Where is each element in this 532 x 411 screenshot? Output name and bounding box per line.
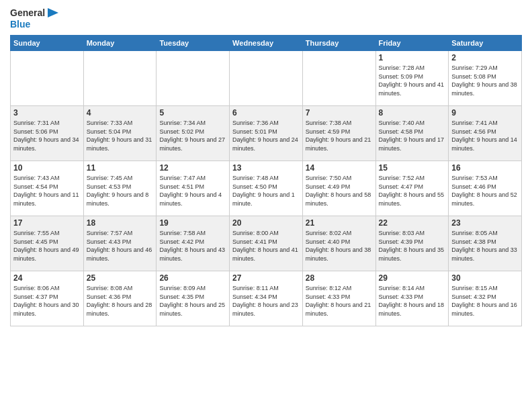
day-info: Sunrise: 8:03 AM Sunset: 4:39 PM Dayligh… <box>379 229 446 263</box>
weekday-header-wednesday: Wednesday <box>230 36 303 51</box>
calendar-cell <box>11 51 84 106</box>
day-number: 24 <box>13 273 81 283</box>
day-info: Sunrise: 7:33 AM Sunset: 5:04 PM Dayligh… <box>87 119 154 152</box>
day-info: Sunrise: 7:31 AM Sunset: 5:06 PM Dayligh… <box>13 119 81 152</box>
day-number: 15 <box>379 163 446 173</box>
weekday-header-thursday: Thursday <box>302 36 375 51</box>
logo-general: General <box>10 7 45 18</box>
day-info: Sunrise: 8:05 AM Sunset: 4:38 PM Dayligh… <box>451 229 519 263</box>
day-number: 17 <box>13 218 81 228</box>
calendar-cell: 4Sunrise: 7:33 AM Sunset: 5:04 PM Daylig… <box>83 106 157 161</box>
calendar-cell: 3Sunrise: 7:31 AM Sunset: 5:06 PM Daylig… <box>11 106 84 161</box>
day-number: 7 <box>306 108 373 118</box>
day-number: 16 <box>451 163 519 173</box>
day-number: 26 <box>159 273 226 283</box>
calendar-cell: 16Sunrise: 7:53 AM Sunset: 4:46 PM Dayli… <box>449 161 522 216</box>
day-info: Sunrise: 7:47 AM Sunset: 4:51 PM Dayligh… <box>159 174 226 208</box>
day-info: Sunrise: 8:09 AM Sunset: 4:35 PM Dayligh… <box>159 284 226 318</box>
calendar-cell: 20Sunrise: 8:00 AM Sunset: 4:41 PM Dayli… <box>230 216 303 271</box>
day-info: Sunrise: 7:45 AM Sunset: 4:53 PM Dayligh… <box>87 174 154 208</box>
calendar-cell: 10Sunrise: 7:43 AM Sunset: 4:54 PM Dayli… <box>11 161 84 216</box>
day-info: Sunrise: 7:41 AM Sunset: 4:56 PM Dayligh… <box>451 119 519 152</box>
logo: General Blue <box>10 7 58 30</box>
calendar-cell <box>83 51 157 106</box>
calendar-cell: 9Sunrise: 7:41 AM Sunset: 4:56 PM Daylig… <box>449 106 522 161</box>
day-info: Sunrise: 8:00 AM Sunset: 4:41 PM Dayligh… <box>232 229 300 263</box>
day-info: Sunrise: 7:34 AM Sunset: 5:02 PM Dayligh… <box>159 119 226 152</box>
logo-blue: Blue <box>10 19 30 30</box>
day-number: 29 <box>379 273 446 283</box>
day-info: Sunrise: 7:48 AM Sunset: 4:50 PM Dayligh… <box>232 174 300 208</box>
calendar-cell: 25Sunrise: 8:08 AM Sunset: 4:36 PM Dayli… <box>83 271 157 326</box>
calendar-cell: 18Sunrise: 7:57 AM Sunset: 4:43 PM Dayli… <box>83 216 157 271</box>
calendar-cell: 5Sunrise: 7:34 AM Sunset: 5:02 PM Daylig… <box>157 106 230 161</box>
day-number: 27 <box>232 273 300 283</box>
week-row-2: 3Sunrise: 7:31 AM Sunset: 5:06 PM Daylig… <box>11 106 522 161</box>
day-info: Sunrise: 8:11 AM Sunset: 4:34 PM Dayligh… <box>232 284 300 318</box>
calendar-cell: 2Sunrise: 7:29 AM Sunset: 5:08 PM Daylig… <box>449 51 522 106</box>
day-info: Sunrise: 7:28 AM Sunset: 5:09 PM Dayligh… <box>379 64 446 97</box>
day-info: Sunrise: 7:40 AM Sunset: 4:58 PM Dayligh… <box>379 119 446 152</box>
weekday-header-tuesday: Tuesday <box>157 36 230 51</box>
day-number: 8 <box>379 108 446 118</box>
day-info: Sunrise: 8:15 AM Sunset: 4:32 PM Dayligh… <box>451 284 519 318</box>
day-number: 2 <box>451 53 519 62</box>
day-number: 28 <box>306 273 373 283</box>
day-number: 23 <box>451 218 519 228</box>
day-number: 3 <box>13 108 81 118</box>
calendar-cell <box>230 51 303 106</box>
day-info: Sunrise: 7:43 AM Sunset: 4:54 PM Dayligh… <box>13 174 81 208</box>
day-info: Sunrise: 7:55 AM Sunset: 4:45 PM Dayligh… <box>13 229 81 263</box>
day-number: 5 <box>159 108 226 118</box>
day-info: Sunrise: 8:12 AM Sunset: 4:33 PM Dayligh… <box>306 284 373 318</box>
week-row-1: 1Sunrise: 7:28 AM Sunset: 5:09 PM Daylig… <box>11 51 522 106</box>
calendar-cell: 26Sunrise: 8:09 AM Sunset: 4:35 PM Dayli… <box>157 271 230 326</box>
day-info: Sunrise: 7:52 AM Sunset: 4:47 PM Dayligh… <box>379 174 446 208</box>
weekday-header-row: SundayMondayTuesdayWednesdayThursdayFrid… <box>11 36 522 51</box>
day-number: 21 <box>306 218 373 228</box>
calendar-cell: 27Sunrise: 8:11 AM Sunset: 4:34 PM Dayli… <box>230 271 303 326</box>
day-info: Sunrise: 8:06 AM Sunset: 4:37 PM Dayligh… <box>13 284 81 318</box>
calendar-cell: 1Sunrise: 7:28 AM Sunset: 5:09 PM Daylig… <box>375 51 449 106</box>
logo-arrow-icon <box>46 7 58 19</box>
day-number: 22 <box>379 218 446 228</box>
day-info: Sunrise: 7:53 AM Sunset: 4:46 PM Dayligh… <box>451 174 519 208</box>
day-info: Sunrise: 8:14 AM Sunset: 4:33 PM Dayligh… <box>379 284 446 318</box>
calendar-cell: 28Sunrise: 8:12 AM Sunset: 4:33 PM Dayli… <box>302 271 375 326</box>
day-info: Sunrise: 7:58 AM Sunset: 4:42 PM Dayligh… <box>159 229 226 263</box>
day-info: Sunrise: 8:02 AM Sunset: 4:40 PM Dayligh… <box>306 229 373 263</box>
calendar-table: SundayMondayTuesdayWednesdayThursdayFrid… <box>10 35 522 326</box>
day-number: 11 <box>87 163 154 173</box>
week-row-5: 24Sunrise: 8:06 AM Sunset: 4:37 PM Dayli… <box>11 271 522 326</box>
weekday-header-saturday: Saturday <box>449 36 522 51</box>
calendar-cell: 7Sunrise: 7:38 AM Sunset: 4:59 PM Daylig… <box>302 106 375 161</box>
day-number: 9 <box>451 108 519 118</box>
svg-marker-0 <box>48 8 58 17</box>
calendar-cell: 30Sunrise: 8:15 AM Sunset: 4:32 PM Dayli… <box>449 271 522 326</box>
week-row-4: 17Sunrise: 7:55 AM Sunset: 4:45 PM Dayli… <box>11 216 522 271</box>
calendar-cell: 15Sunrise: 7:52 AM Sunset: 4:47 PM Dayli… <box>375 161 449 216</box>
calendar-cell <box>302 51 375 106</box>
calendar-cell: 22Sunrise: 8:03 AM Sunset: 4:39 PM Dayli… <box>375 216 449 271</box>
day-number: 30 <box>451 273 519 283</box>
weekday-header-sunday: Sunday <box>11 36 84 51</box>
page-header: General Blue <box>10 7 522 30</box>
day-info: Sunrise: 7:36 AM Sunset: 5:01 PM Dayligh… <box>232 119 300 152</box>
calendar-cell: 29Sunrise: 8:14 AM Sunset: 4:33 PM Dayli… <box>375 271 449 326</box>
calendar-cell: 19Sunrise: 7:58 AM Sunset: 4:42 PM Dayli… <box>157 216 230 271</box>
calendar-cell: 12Sunrise: 7:47 AM Sunset: 4:51 PM Dayli… <box>157 161 230 216</box>
day-number: 20 <box>232 218 300 228</box>
day-number: 4 <box>87 108 154 118</box>
day-number: 25 <box>87 273 154 283</box>
calendar-cell: 6Sunrise: 7:36 AM Sunset: 5:01 PM Daylig… <box>230 106 303 161</box>
day-number: 18 <box>87 218 154 228</box>
weekday-header-friday: Friday <box>375 36 449 51</box>
day-number: 19 <box>159 218 226 228</box>
day-info: Sunrise: 8:08 AM Sunset: 4:36 PM Dayligh… <box>87 284 154 318</box>
calendar-cell: 23Sunrise: 8:05 AM Sunset: 4:38 PM Dayli… <box>449 216 522 271</box>
day-info: Sunrise: 7:38 AM Sunset: 4:59 PM Dayligh… <box>306 119 373 152</box>
day-number: 12 <box>159 163 226 173</box>
day-number: 13 <box>232 163 300 173</box>
day-number: 6 <box>232 108 300 118</box>
day-info: Sunrise: 7:57 AM Sunset: 4:43 PM Dayligh… <box>87 229 154 263</box>
